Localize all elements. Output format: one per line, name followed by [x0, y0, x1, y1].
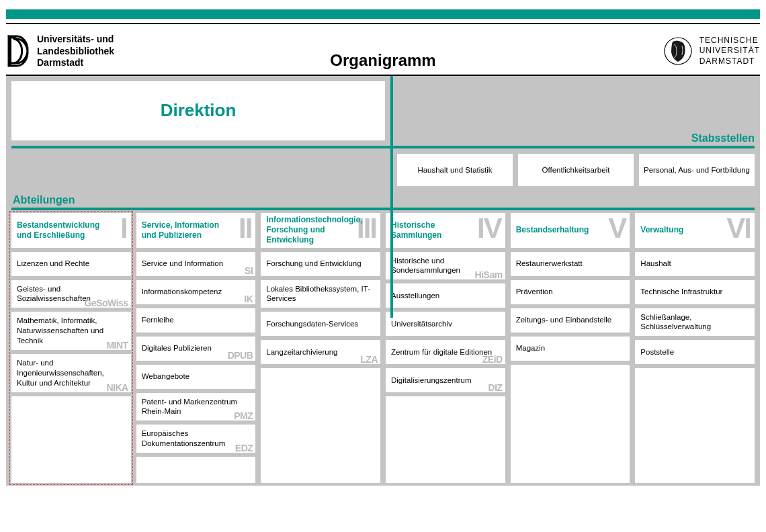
department-title: Bestandserhaltung — [516, 225, 589, 235]
university-logo: TECHNISCHE UNIVERSITÄT DARMSTADT — [663, 36, 760, 67]
org-chart: Direktion Stabsstellen Haushalt und Stat… — [6, 76, 760, 486]
logo-line: Universitäts- und — [37, 34, 114, 46]
unit-label: Universitätsarchiv — [391, 319, 452, 329]
department-column-3: IIIInformationstechnologie, Forschung un… — [261, 213, 380, 483]
stabs-item: Öffentlichkeitsarbeit — [518, 154, 634, 186]
department-header: VBestandserhaltung — [511, 213, 630, 248]
header: Universitäts- und Landesbibliothek Darms… — [0, 24, 766, 75]
department-title: Historische Sammlungen — [391, 220, 472, 240]
department-unit: Service und InformationSI — [136, 252, 256, 276]
stabsstellen-label: Stabsstellen — [691, 132, 755, 144]
unit-abbr: GeSoWiss — [85, 297, 128, 309]
department-unit: Patent- und Markenzentrum Rhein-MainPMZ — [136, 393, 256, 421]
unit-label: Forschungsdaten-Services — [266, 319, 358, 329]
unit-abbr: EDZ — [235, 442, 253, 454]
unit-abbr: NIKA — [106, 382, 128, 394]
department-header: VIVerwaltung — [635, 213, 755, 248]
department-unit: Mathematik, Informatik, Naturwissenschaf… — [11, 312, 131, 350]
department-unit: Geistes- und SozialwissenschaftenGeSoWis… — [11, 280, 131, 308]
unit-abbr: PMZ — [234, 410, 253, 422]
abteilungen-label: Abteilungen — [13, 194, 75, 206]
logo-line: Landesbibliothek — [37, 46, 114, 58]
department-header: IBestandsentwicklung und Erschließung — [11, 213, 131, 248]
department-unit: Historische und SondersammlungenHiSam — [386, 252, 505, 280]
department-unit: DigitalisierungszentrumDIZ — [386, 368, 505, 392]
unit-label: Technische Infrastruktur — [640, 287, 722, 297]
department-header: IIIInformationstechnologie, Forschung un… — [261, 213, 380, 248]
department-header: IVHistorische Sammlungen — [386, 213, 505, 248]
empty-cell — [136, 457, 256, 482]
svg-rect-0 — [9, 36, 11, 66]
unit-label: Service und Information — [142, 259, 223, 269]
department-unit: Restaurierwerkstatt — [511, 252, 630, 276]
stabsstellen-row: Haushalt und Statistik Öffentlichkeitsar… — [397, 154, 755, 186]
unit-abbr: IK — [244, 293, 253, 305]
unit-abbr: HiSam — [475, 269, 503, 281]
unit-label: Haushalt — [640, 259, 671, 269]
department-unit: Schließanlage, Schlüsselverwaltung — [635, 308, 755, 337]
unit-label: Webangebote — [142, 371, 189, 382]
athena-icon — [663, 36, 693, 66]
empty-cell — [11, 396, 131, 483]
unit-label: Poststelle — [640, 347, 674, 357]
empty-cell — [635, 368, 755, 482]
department-column-2: IIService, Information und PublizierenSe… — [136, 213, 256, 483]
direktion-title: Direktion — [161, 100, 237, 121]
roman-numeral: V — [608, 214, 626, 242]
library-logo-icon — [6, 35, 30, 67]
roman-numeral: VI — [726, 214, 751, 242]
department-column-4: IVHistorische SammlungenHistorische und … — [386, 213, 505, 483]
university-logo-text: TECHNISCHE UNIVERSITÄT DARMSTADT — [699, 36, 760, 67]
department-unit: Prävention — [511, 280, 630, 304]
empty-cell — [386, 396, 505, 482]
horizontal-divider-abt — [11, 208, 755, 210]
logo-line: DARMSTADT — [699, 56, 760, 67]
department-unit: LangzeitarchivierungLZA — [261, 340, 380, 364]
stabs-item: Personal, Aus- und Fortbildung — [639, 154, 755, 186]
unit-label: Schließanlage, Schlüsselverwaltung — [640, 312, 749, 332]
department-unit: Poststelle — [635, 340, 755, 364]
department-unit: Webangebote — [136, 365, 256, 389]
department-column-5: VBestandserhaltungRestaurierwerkstattPrä… — [511, 213, 630, 483]
roman-numeral: IV — [477, 214, 501, 242]
unit-label: Lizenzen und Rechte — [17, 259, 89, 269]
unit-abbr: SI — [245, 265, 253, 277]
unit-label: Europäisches Dokumentationszentrum — [142, 429, 251, 449]
logo-line: TECHNISCHE — [699, 36, 760, 46]
unit-abbr: MINT — [106, 339, 128, 351]
department-unit: Forschung und Entwicklung — [261, 252, 380, 276]
unit-label: Restaurierwerkstatt — [516, 259, 583, 269]
roman-numeral: I — [120, 214, 127, 242]
department-unit: Zentrum für digitale EditionenZEiD — [386, 340, 505, 364]
logo-line: UNIVERSITÄT — [699, 46, 760, 56]
department-unit: Lokales Bibliothekssystem, IT-Services — [261, 280, 380, 308]
departments-grid: IBestandsentwicklung und ErschließungLiz… — [11, 213, 755, 483]
unit-label: Fernleihe — [142, 315, 174, 325]
unit-abbr: DPUB — [228, 349, 253, 361]
unit-label: Lokales Bibliothekssystem, IT-Services — [266, 284, 375, 304]
department-unit: Europäisches DokumentationszentrumEDZ — [136, 425, 256, 453]
unit-label: Ausstellungen — [391, 291, 439, 301]
unit-label: Zentrum für digitale Editionen — [391, 347, 492, 357]
direktion-row: Direktion — [6, 76, 760, 140]
library-logo: Universitäts- und Landesbibliothek Darms… — [6, 34, 114, 69]
department-unit: Ausstellungen — [386, 283, 505, 308]
department-unit: Technische Infrastruktur — [635, 280, 755, 304]
department-unit: Zeitungs- und Einbandstelle — [511, 308, 630, 332]
stabs-item: Haushalt und Statistik — [397, 154, 513, 186]
direktion-box: Direktion — [11, 81, 385, 140]
department-title: Verwaltung — [640, 225, 683, 235]
page-title: Organigramm — [330, 51, 435, 70]
empty-cell — [261, 368, 380, 482]
unit-label: Prävention — [516, 287, 553, 297]
vertical-divider — [390, 76, 393, 318]
unit-abbr: LZA — [360, 353, 378, 365]
unit-label: Magazin — [516, 343, 545, 353]
unit-label: Digitales Publizieren — [142, 343, 212, 353]
department-unit: Natur- und Ingenieurwissenschaften, Kult… — [11, 354, 131, 392]
department-title: Informationstechnologie, Forschung und E… — [266, 215, 347, 245]
department-unit: Lizenzen und Rechte — [11, 252, 131, 276]
department-title: Bestandsentwicklung und Erschließung — [17, 220, 97, 240]
unit-label: Langzeitarchivierung — [266, 347, 337, 357]
library-logo-text: Universitäts- und Landesbibliothek Darms… — [37, 34, 114, 69]
